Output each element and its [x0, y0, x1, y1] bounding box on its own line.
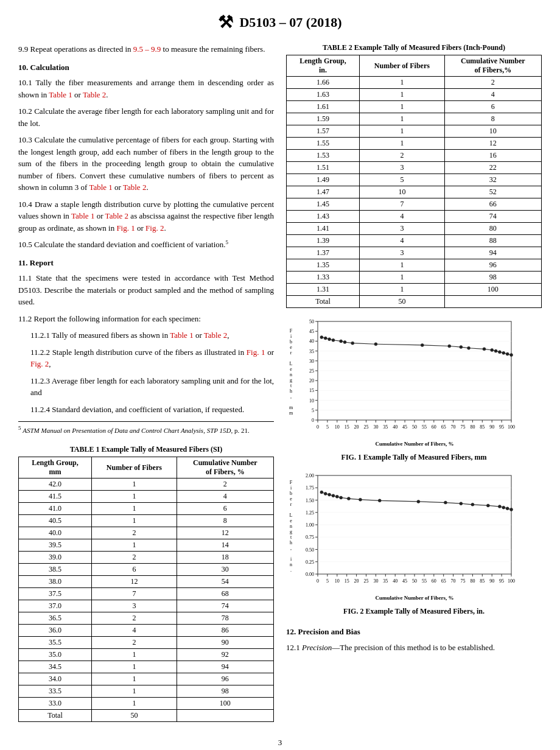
- section-10-1: 10.1 Tally the fiber measurements and ar…: [18, 77, 274, 100]
- table2-cell: 6: [444, 101, 541, 113]
- svg-text:80: 80: [470, 578, 475, 584]
- svg-text:65: 65: [441, 424, 446, 430]
- table2-cell: 1.55: [287, 138, 360, 150]
- svg-text:5: 5: [326, 578, 329, 584]
- table1-cell: 12: [177, 527, 273, 539]
- table2-cell: 1.53: [287, 150, 360, 162]
- svg-text:1.25: 1.25: [306, 510, 314, 516]
- table2-cell: 10: [360, 186, 445, 198]
- table1-cell: 36.5: [19, 612, 92, 625]
- svg-text:40: 40: [393, 424, 397, 430]
- svg-text:75: 75: [461, 424, 466, 430]
- fig1-title: FIG. 1 Example Tally of Measured Fibers,…: [286, 453, 542, 462]
- ref-table1-10-4[interactable]: Table 1: [71, 211, 94, 220]
- table1-cell: 14: [177, 539, 273, 552]
- footnote-section: 5 ASTM Manual on Presentation of Data an…: [18, 421, 274, 435]
- svg-text:20: 20: [309, 378, 314, 384]
- table1-cell: 18: [177, 552, 273, 564]
- table1-cell: 92: [177, 649, 273, 661]
- table1-cell: 39.5: [19, 539, 92, 552]
- svg-text:Cumulative Number of Fibers, %: Cumulative Number of Fibers, %: [375, 441, 453, 447]
- table2-cell: 94: [444, 247, 541, 259]
- svg-text:70: 70: [451, 424, 456, 430]
- section-10-3: 10.3 Calculate the cumulative percentage…: [18, 134, 274, 194]
- svg-text:20: 20: [354, 578, 359, 584]
- svg-point-77: [332, 338, 335, 342]
- svg-text:0.75: 0.75: [306, 534, 314, 540]
- table1-cell: 54: [177, 576, 273, 588]
- section-12-1: 12.1 Precision—The precision of this met…: [286, 642, 542, 654]
- ref-table1-11-2-1[interactable]: Table 1: [170, 331, 193, 340]
- table1-cell: 68: [177, 588, 273, 600]
- svg-text:m: m: [289, 405, 293, 410]
- svg-text:n: n: [290, 524, 292, 529]
- table1-cell: 41.0: [19, 503, 92, 515]
- svg-point-186: [444, 501, 447, 504]
- ref-table2-11-2-1[interactable]: Table 2: [204, 331, 227, 340]
- svg-text:F: F: [290, 480, 293, 485]
- svg-point-182: [347, 497, 350, 500]
- table1-cell: 12: [92, 576, 177, 588]
- table2-cell: 2: [444, 77, 541, 89]
- table1-cell: 37.0: [19, 600, 92, 612]
- table1-cell: 1: [92, 649, 177, 661]
- svg-text:1.00: 1.00: [306, 522, 314, 528]
- section-11-2-4: 11.2.4 Standard deviation, and coefficie…: [18, 404, 274, 416]
- table1-cell: 2: [92, 612, 177, 625]
- svg-text:65: 65: [441, 578, 446, 584]
- ref-table2-10-4[interactable]: Table 2: [105, 211, 128, 220]
- fig2-title: FIG. 2 Example Tally of Measured Fibers,…: [286, 607, 542, 616]
- svg-text:45: 45: [309, 329, 314, 334]
- table1-cell: 50: [92, 710, 177, 722]
- ref-fig2-10-4[interactable]: Fig. 2: [145, 223, 164, 233]
- svg-text:0.25: 0.25: [306, 559, 314, 565]
- ref-fig1-11-2-2[interactable]: Fig. 1: [247, 348, 265, 357]
- table2-section: TABLE 2 Example Tally of Measured Fibers…: [286, 43, 542, 308]
- table2: Length Group,in. Number of Fibers Cumula…: [286, 55, 542, 308]
- svg-text:0.50: 0.50: [306, 547, 314, 553]
- svg-text:35: 35: [309, 349, 314, 354]
- table2-cell: 5: [360, 174, 445, 186]
- table2-cell: 1.61: [287, 101, 360, 113]
- table1-cell: 33.5: [19, 685, 92, 698]
- svg-point-181: [340, 496, 343, 499]
- svg-text:10: 10: [309, 398, 314, 404]
- svg-text:i: i: [290, 556, 292, 562]
- table1-cell: 35.0: [19, 649, 92, 661]
- page-number: 3: [18, 738, 542, 748]
- svg-point-74: [320, 335, 323, 338]
- svg-point-188: [471, 503, 474, 506]
- svg-text:45: 45: [402, 424, 407, 430]
- table2-cell: 1.43: [287, 211, 360, 223]
- ref-table2-10-1[interactable]: Table 2: [83, 90, 106, 99]
- svg-text:0: 0: [317, 424, 319, 430]
- table2-cell: [444, 296, 541, 308]
- table2-cell: 1.45: [287, 198, 360, 211]
- ref-table2-10-3[interactable]: Table 2: [123, 183, 146, 192]
- svg-text:15: 15: [309, 388, 314, 393]
- table1-cell: 38.5: [19, 564, 92, 576]
- ref-fig2-11-2-2[interactable]: Fig. 2: [30, 359, 49, 368]
- table1-cell: 35.5: [19, 637, 92, 649]
- ref-table1-10-1[interactable]: Table 1: [49, 90, 72, 99]
- svg-text:0: 0: [317, 578, 319, 584]
- svg-text:10: 10: [335, 578, 340, 584]
- table1-cell: 36.0: [19, 625, 92, 637]
- table1-cell: 40.5: [19, 515, 92, 527]
- table1-cell: [177, 710, 273, 722]
- ref-table1-10-3[interactable]: Table 1: [89, 183, 112, 192]
- table1-section: TABLE 1 Example Tally of Measured Fibers…: [18, 445, 274, 722]
- svg-text:n: n: [290, 562, 292, 567]
- section-11-1: 11.1 State that the specimens were teste…: [18, 272, 274, 308]
- table2-cell: 10: [444, 125, 541, 138]
- svg-text:50: 50: [412, 578, 417, 584]
- ref-fig1-10-4[interactable]: Fig. 1: [116, 223, 135, 233]
- table1-cell: 6: [177, 503, 273, 515]
- svg-text:i: i: [290, 334, 292, 339]
- ref-9-5[interactable]: 9.5 – 9.9: [133, 44, 161, 54]
- svg-text:h: h: [290, 540, 292, 545]
- table2-cell: 66: [444, 198, 541, 211]
- svg-point-179: [332, 494, 335, 497]
- table1-cell: 2: [177, 478, 273, 491]
- svg-text:95: 95: [499, 424, 504, 430]
